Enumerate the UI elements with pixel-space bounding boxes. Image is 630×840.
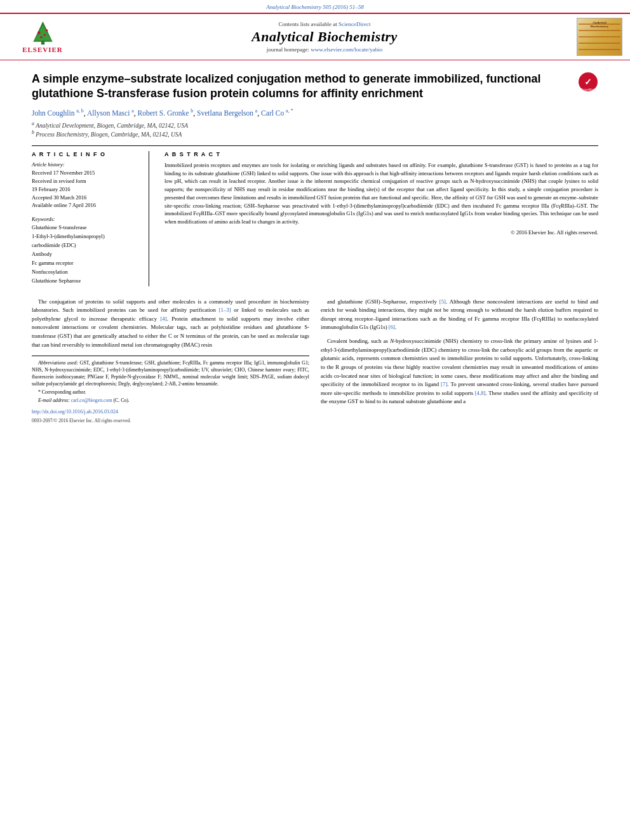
abstract-paragraph: Immobilized protein receptors and enzyme…: [164, 161, 598, 226]
keywords-section: Keywords: Glutathione S-transferase 1-Et…: [32, 216, 142, 284]
author-john-coughlin[interactable]: John Coughlin: [32, 109, 74, 117]
body-p1: The conjugation of proteins to solid sup…: [32, 298, 309, 350]
author-sup-5: a, *: [286, 108, 293, 114]
journal-banner: ELSEVIER Contents lists available at Sci…: [0, 13, 630, 60]
authors-line: John Coughlin a, b, Allyson Masci a, Rob…: [32, 108, 598, 117]
author-sup-4: a: [255, 108, 258, 114]
article-info-col: A R T I C L E I N F O Article history: R…: [32, 151, 149, 286]
body-p2: and glutathione (GSH)–Sepharose, respect…: [321, 298, 598, 333]
keyword-3: carbodiimide (EDC): [32, 242, 142, 250]
homepage-line: journal homepage: www.elsevier.com/locat…: [77, 46, 572, 53]
ab-small-logo: AnalyticalBiochemistry: [577, 18, 622, 56]
article-title-section: A simple enzyme–substrate localized conj…: [32, 60, 598, 108]
journal-citation-header: Analytical Biochemistry 505 (2016) 51–58: [0, 0, 630, 13]
article-info-abstract: A R T I C L E I N F O Article history: R…: [32, 151, 598, 286]
ref-6[interactable]: [6]: [389, 324, 395, 330]
author-sup-1: a, b: [76, 108, 84, 114]
author-sup-3: b: [191, 108, 193, 114]
contents-label: Contents lists available at: [279, 21, 337, 27]
article-history: Article history: Received 17 November 20…: [32, 161, 142, 210]
history-received: Received 17 November 2015: [32, 170, 142, 177]
ref-1-3[interactable]: [1–3]: [219, 307, 231, 313]
article-title-text: A simple enzyme–substrate localized conj…: [32, 72, 572, 102]
abstract-copyright: © 2016 Elsevier Inc. All rights reserved…: [164, 229, 598, 237]
abbreviations-footnote: Abbreviations used: GST, glutathione S-t…: [32, 360, 309, 404]
doi-line[interactable]: http://dx.doi.org/10.1016/j.ab.2016.03.0…: [32, 408, 309, 416]
keyword-4: Antibody: [32, 251, 142, 258]
affiliations: a Analytical Development, Biogen, Cambri…: [32, 121, 598, 138]
author-svetlana-bergelson[interactable]: Svetlana Bergelson: [197, 109, 253, 117]
doi-link[interactable]: http://dx.doi.org/10.1016/j.ab.2016.03.0…: [32, 409, 118, 415]
body-p3: Covalent bonding, such as N-hydroxysucci…: [321, 337, 598, 406]
journal-center-info: Contents lists available at ScienceDirec…: [77, 21, 572, 53]
svg-point-6: [43, 34, 45, 36]
body-col-1: The conjugation of proteins to solid sup…: [32, 298, 309, 425]
footnotes: Abbreviations used: GST, glutathione S-t…: [32, 356, 309, 424]
article-info-heading: A R T I C L E I N F O: [32, 151, 142, 157]
corresponding-author-note: * Corresponding author.: [32, 389, 309, 396]
keyword-1: Glutathione S-transferase: [32, 224, 142, 232]
section-divider: [32, 145, 598, 146]
svg-point-5: [40, 36, 43, 39]
ref-7[interactable]: [7]: [441, 381, 447, 387]
keyword-5: Fc gamma receptor: [32, 260, 142, 267]
ref-4[interactable]: [4]: [160, 316, 166, 322]
sciencedirect-link[interactable]: ScienceDirect: [338, 21, 370, 27]
abstract-col: A B S T R A C T Immobilized protein rece…: [162, 151, 598, 286]
affiliation-b: b Process Biochemistry, Biogen, Cambridg…: [32, 130, 598, 138]
crossmark-badge[interactable]: ✓ CrossMark: [578, 72, 598, 93]
ab-logo-area: AnalyticalBiochemistry: [572, 18, 622, 56]
svg-text:CrossMark: CrossMark: [580, 88, 596, 91]
body-section: The conjugation of proteins to solid sup…: [32, 298, 598, 437]
author-robert-gronke[interactable]: Robert S. Gronke: [138, 109, 189, 117]
citation-text: Analytical Biochemistry 505 (2016) 51–58: [266, 4, 363, 10]
email-line: E-mail address: carl.co@biogen.com (C. C…: [32, 397, 309, 404]
elsevier-logo-area: ELSEVIER: [8, 20, 77, 53]
abbreviations-text: Abbreviations used: GST, glutathione S-t…: [32, 360, 309, 388]
author-allyson-masci[interactable]: Allyson Masci: [87, 109, 130, 117]
keyword-7: Glutathione Sepharose: [32, 277, 142, 285]
author-carl-co[interactable]: Carl Co: [261, 109, 284, 117]
journal-title: Analytical Biochemistry: [77, 29, 572, 45]
ab-logo-line: [579, 49, 620, 50]
svg-point-3: [37, 31, 40, 34]
main-content: A simple enzyme–substrate localized conj…: [0, 60, 630, 437]
contents-available-line: Contents lists available at ScienceDirec…: [77, 21, 572, 27]
author-email[interactable]: carl.co@biogen.com: [71, 397, 112, 403]
history-accepted: Accepted 30 March 2016: [32, 194, 142, 202]
svg-marker-2: [34, 25, 51, 41]
keywords-title: Keywords:: [32, 216, 142, 222]
history-title: Article history:: [32, 161, 142, 168]
ab-logo-text: AnalyticalBiochemistry: [579, 21, 620, 29]
keyword-6: Nonfucosylation: [32, 269, 142, 276]
author-sup-2: a: [131, 108, 134, 114]
elsevier-label: ELSEVIER: [22, 46, 63, 53]
ab-logo-line: [579, 36, 620, 37]
ref-4-8[interactable]: [4,8]: [475, 390, 486, 396]
homepage-label: journal homepage:: [267, 46, 309, 53]
svg-point-4: [45, 29, 48, 32]
elsevier-tree-icon: [29, 20, 57, 46]
keyword-2: 1-Ethyl-3-(dimethylaminopropyl): [32, 233, 142, 241]
history-online: Available online 7 April 2016: [32, 202, 142, 210]
abstract-heading: A B S T R A C T: [164, 151, 598, 157]
svg-text:✓: ✓: [584, 77, 592, 87]
body-col-2: and glutathione (GSH)–Sepharose, respect…: [321, 298, 598, 425]
abstract-text: Immobilized protein receptors and enzyme…: [164, 161, 598, 237]
ab-logo-line: [579, 43, 620, 44]
affiliation-a: a Analytical Development, Biogen, Cambri…: [32, 121, 598, 129]
history-revised-date: 19 February 2016: [32, 186, 142, 194]
ref-5[interactable]: [5]: [439, 298, 446, 305]
history-revised-label: Received in revised form: [32, 178, 142, 185]
homepage-link[interactable]: www.elsevier.com/locate/yabio: [311, 46, 382, 53]
ab-logo-line: [579, 30, 620, 31]
article-title: A simple enzyme–substrate localized conj…: [32, 72, 572, 102]
issn-copyright: 0003-2697/© 2016 Elsevier Inc. All right…: [32, 417, 309, 425]
